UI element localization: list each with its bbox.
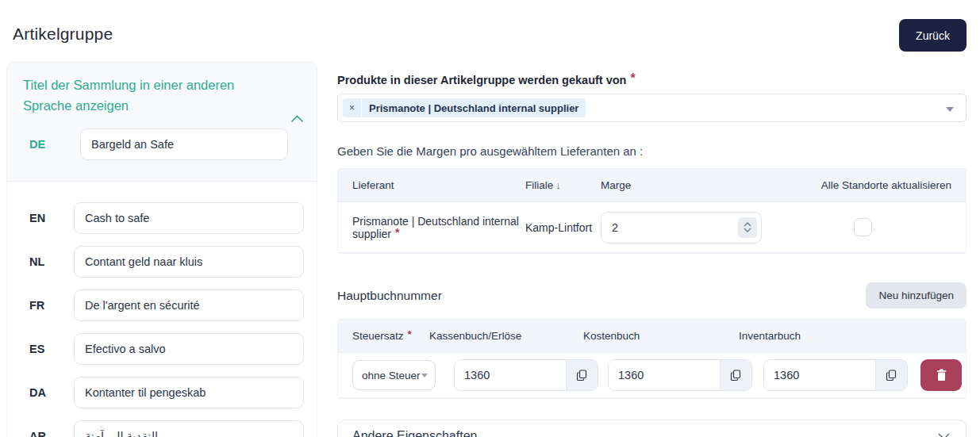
- copy-icon[interactable]: [720, 360, 751, 390]
- copy-icon[interactable]: [566, 360, 598, 390]
- tax-select-value: ohne Steuer: [362, 370, 421, 381]
- page-title: Artikelgruppe: [13, 25, 113, 62]
- chevron-down-icon: [938, 433, 950, 437]
- col-lieferant: Lieferant: [338, 179, 525, 191]
- ledger-table-header: Steuersatz* Kassenbuch/Erlöse Kostenbuch…: [338, 320, 966, 353]
- add-ledger-button[interactable]: Neu hinzufügen: [866, 282, 967, 309]
- ledger-title: Hauptbuchnummer: [337, 289, 442, 303]
- language-row-ar: AR: [17, 420, 304, 437]
- language-row-da: DA: [17, 377, 304, 408]
- language-title-input-fr[interactable]: [74, 289, 304, 321]
- trash-icon: [936, 369, 947, 381]
- language-title-input-nl[interactable]: [74, 246, 304, 278]
- language-title-input-de[interactable]: [80, 128, 288, 160]
- margins-table-row: Prismanote | Deutschland internal suppli…: [338, 202, 966, 253]
- copy-icon[interactable]: [875, 360, 907, 390]
- language-code-label: DE: [23, 138, 80, 151]
- chevron-down-icon: [421, 374, 428, 378]
- language-code-label: FR: [17, 299, 74, 312]
- main-area: Titel der Sammlung in einer anderen Spra…: [0, 62, 980, 437]
- margin-cell: [601, 212, 783, 243]
- chevron-down-icon[interactable]: [946, 107, 954, 112]
- other-properties-title: Andere Eigenschaften: [352, 429, 477, 437]
- language-title-input-da[interactable]: [74, 377, 304, 408]
- update-all-cell: [783, 218, 966, 236]
- language-code-label: AR: [17, 430, 74, 437]
- language-title-input-en[interactable]: [74, 202, 304, 234]
- supplier-cell: Prismanote | Deutschland internal suppli…: [338, 215, 525, 240]
- cost-ledger-input[interactable]: [609, 360, 720, 390]
- margins-table: Lieferant Filiale↓ Marge Alle Standorte …: [337, 168, 967, 254]
- tax-select[interactable]: ohne Steuer: [352, 360, 436, 390]
- stepper-icon[interactable]: [738, 217, 757, 238]
- col-inventarbuch: Inventarbuch: [739, 330, 966, 342]
- cash-ledger-input[interactable]: [455, 360, 566, 390]
- language-title-input-es[interactable]: [74, 333, 304, 365]
- content-area: Produkte in dieser Artikelgruppe werden …: [337, 62, 967, 437]
- col-steuersatz: Steuersatz*: [338, 330, 429, 342]
- sort-arrow-icon[interactable]: ↓: [555, 179, 561, 191]
- cost-input-group: [608, 359, 752, 391]
- supplier-field: Produkte in dieser Artikelgruppe werden …: [337, 73, 967, 122]
- update-all-checkbox[interactable]: [854, 218, 872, 236]
- topbar: Artikelgruppe Zurück: [0, 0, 980, 62]
- supplier-name: Prismanote | Deutschland internal suppli…: [352, 215, 519, 240]
- language-title-input-ar[interactable]: [74, 420, 304, 437]
- ledger-section-header: Hauptbuchnummer Neu hinzufügen: [337, 282, 967, 309]
- supplier-chip: × Prismanote | Deutschland internal supp…: [343, 98, 586, 117]
- language-code-label: NL: [17, 255, 74, 268]
- language-row-fr: FR: [17, 289, 304, 321]
- margins-intro: Geben Sie die Margen pro ausgewähltem Li…: [337, 144, 967, 158]
- language-panel-header: Titel der Sammlung in einer anderen Spra…: [7, 63, 317, 181]
- col-steuersatz-label: Steuersatz: [352, 330, 404, 342]
- supplier-label: Produkte in dieser Artikelgruppe werden …: [337, 74, 626, 86]
- col-filiale: Filiale↓: [525, 179, 601, 191]
- col-kostenbuch: Kostenbuch: [583, 330, 739, 342]
- language-code-label: ES: [17, 343, 74, 355]
- language-row-es: ES: [17, 333, 304, 365]
- ledger-table-row: ohne Steuer: [338, 353, 966, 398]
- required-marker: *: [630, 71, 635, 85]
- branch-cell: Kamp-Lintfort: [525, 221, 601, 234]
- language-row-nl: NL: [17, 246, 304, 278]
- ledger-table: Steuersatz* Kassenbuch/Erlöse Kostenbuch…: [337, 319, 967, 399]
- margins-table-header: Lieferant Filiale↓ Marge Alle Standorte …: [338, 169, 966, 202]
- language-row-de: DE: [23, 128, 304, 160]
- col-update-all: Alle Standorte aktualisieren: [783, 179, 966, 191]
- language-panel-heading: Titel der Sammlung in einer anderen Spra…: [23, 75, 285, 116]
- inventory-input-group: [763, 359, 908, 391]
- language-code-label: EN: [17, 212, 74, 224]
- cash-input-group: [454, 359, 598, 391]
- language-titles-panel: Titel der Sammlung in einer anderen Spra…: [6, 62, 317, 437]
- language-row-en: EN: [17, 202, 304, 234]
- supplier-select[interactable]: × Prismanote | Deutschland internal supp…: [337, 94, 967, 122]
- language-code-label: DA: [17, 386, 74, 399]
- inventory-ledger-input[interactable]: [764, 360, 875, 390]
- remove-chip-icon[interactable]: ×: [343, 98, 362, 117]
- col-marge: Marge: [601, 179, 783, 191]
- col-kassenbuch: Kassenbuch/Erlöse: [429, 330, 583, 342]
- chevron-up-icon[interactable]: [290, 115, 304, 123]
- required-marker: *: [408, 328, 412, 340]
- delete-row-button[interactable]: [920, 359, 962, 391]
- required-marker: *: [395, 226, 399, 239]
- language-panel-body: EN NL FR ES DA AR: [7, 181, 317, 437]
- col-filiale-label: Filiale: [525, 179, 553, 191]
- ledger-row-cells: ohne Steuer: [338, 359, 966, 391]
- back-button[interactable]: Zurück: [899, 19, 967, 52]
- other-properties-accordion[interactable]: Andere Eigenschaften: [337, 420, 967, 437]
- supplier-chip-label: Prismanote | Deutschland internal suppli…: [362, 98, 586, 117]
